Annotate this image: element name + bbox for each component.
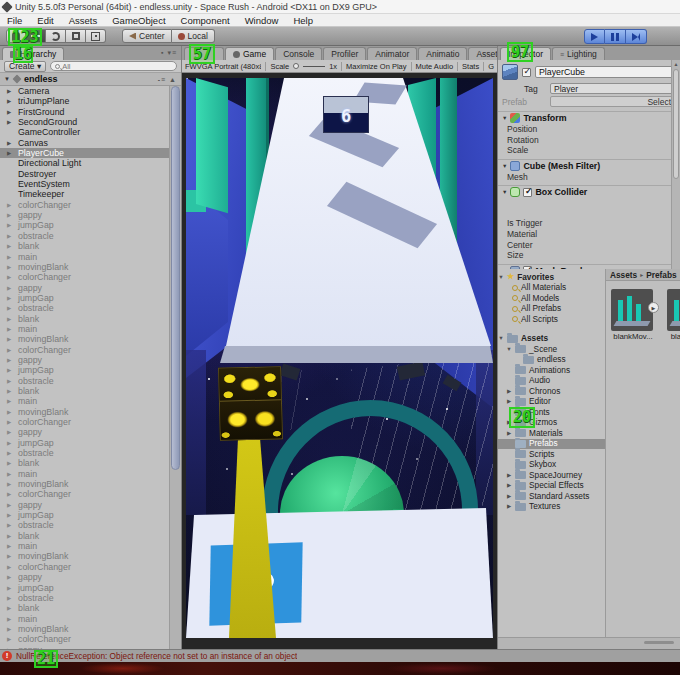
property-is-trigger[interactable]: Is Trigger bbox=[498, 218, 680, 229]
scene-options-icon[interactable]: -≡ ▲ bbox=[158, 76, 177, 83]
stats-button[interactable]: Stats bbox=[462, 62, 479, 71]
hierarchy-item-obstracle[interactable]: ▶obstracle bbox=[0, 303, 169, 313]
foldout-arrow-icon[interactable]: ▶ bbox=[7, 500, 11, 511]
property-center[interactable]: Center bbox=[498, 240, 680, 251]
favorite-all-models[interactable]: All Models bbox=[498, 293, 605, 304]
property-scale[interactable]: Scale bbox=[498, 145, 680, 156]
foldout-arrow-icon[interactable]: ▶ bbox=[7, 210, 11, 221]
hierarchy-item-Canvas[interactable]: ▶Canvas bbox=[0, 138, 169, 148]
hierarchy-item-obstracle[interactable]: ▶obstracle bbox=[0, 376, 169, 386]
foldout-arrow-icon[interactable]: ▶ bbox=[506, 396, 512, 407]
folder-scripts[interactable]: Scripts bbox=[498, 449, 605, 460]
foldout-arrow-icon[interactable]: ▶ bbox=[7, 531, 11, 542]
foldout-arrow-icon[interactable]: ▶ bbox=[7, 324, 11, 335]
game-render-surface[interactable]: 6 bbox=[186, 78, 493, 638]
tab-hierarchy[interactable]: Hierarchy bbox=[2, 47, 64, 60]
hierarchy-item-movingBlank[interactable]: ▶movingBlank bbox=[0, 479, 169, 489]
project-assets-header[interactable]: ▼Assets bbox=[498, 334, 605, 345]
property-rotation[interactable]: Rotation bbox=[498, 135, 680, 146]
hierarchy-item-blank[interactable]: ▶blank bbox=[0, 314, 169, 324]
tab-lighting[interactable]: ≡ Lighting bbox=[552, 47, 605, 60]
hierarchy-item-colorChanger[interactable]: ▶colorChanger bbox=[0, 345, 169, 355]
hierarchy-item-jumpGap[interactable]: ▶jumpGap bbox=[0, 293, 169, 303]
tab-console[interactable]: Console bbox=[275, 47, 322, 60]
foldout-arrow-icon[interactable]: ▼ bbox=[506, 344, 512, 355]
foldout-arrow-icon[interactable]: ▶ bbox=[7, 551, 11, 562]
foldout-arrow-icon[interactable]: ▼ bbox=[502, 189, 507, 195]
hierarchy-item-Camera[interactable]: ▶Camera bbox=[0, 86, 169, 96]
hierarchy-item-colorChanger[interactable]: ▶colorChanger bbox=[0, 489, 169, 499]
foldout-arrow-icon[interactable]: ▶ bbox=[7, 479, 11, 490]
foldout-arrow-icon[interactable]: ▶ bbox=[7, 489, 11, 500]
project-favorites-header[interactable]: ▼★Favorites bbox=[498, 272, 605, 283]
foldout-arrow-icon[interactable]: ▶ bbox=[7, 138, 11, 149]
hierarchy-item-main[interactable]: ▶main bbox=[0, 324, 169, 334]
foldout-arrow-icon[interactable]: ▼ bbox=[502, 163, 507, 169]
foldout-arrow-icon[interactable]: ▶ bbox=[7, 334, 11, 345]
thumbnail-size-slider[interactable] bbox=[644, 641, 674, 644]
folder-textures[interactable]: ▶Textures bbox=[498, 502, 605, 513]
foldout-arrow-icon[interactable]: ▶ bbox=[7, 200, 11, 211]
gizmos-button[interactable]: G bbox=[488, 62, 494, 71]
hierarchy-search-input[interactable]: All bbox=[50, 61, 177, 71]
scale-tool-button[interactable] bbox=[66, 29, 86, 43]
hierarchy-item-blank[interactable]: ▶blank bbox=[0, 531, 169, 541]
hierarchy-item-FirstGround[interactable]: ▶FirstGround bbox=[0, 107, 169, 117]
foldout-arrow-icon[interactable]: ▶ bbox=[7, 252, 11, 263]
hierarchy-item-jumpGap[interactable]: ▶jumpGap bbox=[0, 220, 169, 230]
prefab-expand-badge[interactable]: ▶ bbox=[648, 302, 659, 313]
component-header-transform[interactable]: ▼Transform bbox=[498, 111, 680, 124]
foldout-arrow-icon[interactable]: ▶ bbox=[506, 386, 512, 397]
favorite-all-materials[interactable]: All Materials bbox=[498, 283, 605, 294]
foldout-arrow-icon[interactable]: ▶ bbox=[7, 458, 11, 469]
foldout-arrow-icon[interactable]: ▶ bbox=[506, 501, 512, 512]
hierarchy-item-jumpGap[interactable]: ▶jumpGap bbox=[0, 583, 169, 593]
property-position[interactable]: Position bbox=[498, 124, 680, 135]
favorite-all-scripts[interactable]: All Scripts bbox=[498, 314, 605, 325]
hierarchy-item-Destroyer[interactable]: Destroyer bbox=[0, 169, 169, 179]
foldout-arrow-icon[interactable]: ▶ bbox=[506, 491, 512, 502]
folder-materials[interactable]: ▶Materials bbox=[498, 428, 605, 439]
breadcrumb-prefabs[interactable]: Prefabs bbox=[646, 270, 676, 280]
play-button[interactable] bbox=[584, 29, 605, 44]
asset-thumbnail-blankMov[interactable]: ▶blankMov... bbox=[611, 289, 655, 341]
scene-header-row[interactable]: ▼ endless -≡ ▲ bbox=[0, 73, 181, 86]
step-button[interactable] bbox=[626, 29, 647, 44]
hierarchy-item-colorChanger[interactable]: ▶colorChanger bbox=[0, 562, 169, 572]
pause-button[interactable] bbox=[605, 29, 626, 44]
hierarchy-item-gappy[interactable]: ▶gappy bbox=[0, 210, 169, 220]
rect-tool-button[interactable] bbox=[86, 29, 106, 43]
panel-options-icon[interactable]: ▪ ▾≡ bbox=[161, 49, 181, 57]
component-header-cube-mesh-filter-[interactable]: ▼Cube (Mesh Filter) bbox=[498, 159, 680, 172]
hierarchy-item-obstracle[interactable]: ▶obstracle bbox=[0, 520, 169, 530]
hierarchy-item-blank[interactable]: ▶blank bbox=[0, 386, 169, 396]
foldout-arrow-icon[interactable]: ▶ bbox=[7, 572, 11, 583]
folder-special-effects[interactable]: ▶Special Effects bbox=[498, 481, 605, 492]
menu-help[interactable]: Help bbox=[293, 15, 313, 26]
scale-slider-track[interactable] bbox=[303, 66, 325, 67]
foldout-arrow-icon[interactable]: ▶ bbox=[7, 469, 11, 480]
hierarchy-item-SecondGround[interactable]: ▶SecondGround bbox=[0, 117, 169, 127]
mute-audio-button[interactable]: Mute Audio bbox=[416, 62, 454, 71]
object-name-field[interactable]: PlayerCube bbox=[535, 66, 676, 78]
foldout-arrow-icon[interactable]: ▶ bbox=[7, 417, 11, 428]
hierarchy-item-gappy[interactable]: ▶gappy bbox=[0, 572, 169, 582]
hierarchy-item-colorChanger[interactable]: ▶colorChanger bbox=[0, 634, 169, 644]
rotate-tool-button[interactable] bbox=[46, 29, 66, 43]
pivot-center-button[interactable]: Center bbox=[122, 29, 172, 43]
hierarchy-item-blank[interactable]: ▶blank bbox=[0, 241, 169, 251]
hierarchy-item-gappy[interactable]: ▶gappy bbox=[0, 427, 169, 437]
active-checkbox[interactable] bbox=[522, 68, 531, 77]
foldout-arrow-icon[interactable]: ▼ bbox=[502, 115, 507, 121]
menu-edit[interactable]: Edit bbox=[37, 15, 53, 26]
foldout-arrow-icon[interactable]: ▶ bbox=[7, 293, 11, 304]
hierarchy-item-movingBlank[interactable]: ▶movingBlank bbox=[0, 624, 169, 634]
hierarchy-item-jumpGap[interactable]: ▶jumpGap bbox=[0, 438, 169, 448]
foldout-arrow-icon[interactable]: ▶ bbox=[7, 634, 11, 645]
component-enabled-checkbox[interactable] bbox=[523, 188, 532, 197]
hierarchy-item-jumpGap[interactable]: ▶jumpGap bbox=[0, 365, 169, 375]
hierarchy-item-colorChanger[interactable]: ▶colorChanger bbox=[0, 417, 169, 427]
foldout-arrow-icon[interactable]: ▶ bbox=[7, 241, 11, 252]
foldout-arrow-icon[interactable]: ▶ bbox=[7, 520, 11, 531]
tab-animator[interactable]: Animator bbox=[367, 47, 417, 60]
